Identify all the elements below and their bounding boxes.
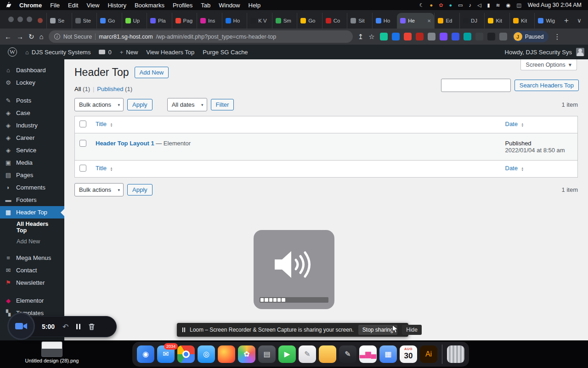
screen-options-button[interactable]: Screen Options ▾ — [520, 59, 577, 70]
share-icon[interactable]: ↥ — [358, 33, 364, 40]
admin-bar-new[interactable]: + New — [116, 45, 142, 59]
dark-utility-app-icon[interactable]: ✎ — [339, 345, 356, 363]
browser-menu-icon[interactable]: ⋮ — [554, 33, 560, 40]
mail-icon[interactable]: ✉ 2034 — [157, 345, 175, 363]
browser-tab[interactable]: Ho — [222, 13, 247, 29]
preview-app-icon[interactable]: ▤ — [258, 345, 276, 363]
sidebar-item-dashboard[interactable]: ⌂ Dashboard — [0, 64, 64, 76]
pause-recording-button[interactable] — [76, 324, 80, 329]
browser-tab[interactable]: He ✕ — [397, 13, 434, 29]
sidebar-item-lockey[interactable]: ⚙ Lockey — [0, 76, 64, 89]
sidebar-item-newsletter[interactable]: ⚑ Newsletter — [0, 276, 64, 289]
new-tab-button[interactable]: + — [560, 13, 573, 29]
close-window-button[interactable] — [8, 17, 14, 22]
menu-app-name[interactable]: Chrome — [19, 2, 42, 9]
browser-tab[interactable]: Sit — [347, 13, 372, 29]
menu-item[interactable]: Bookmarks — [135, 2, 164, 9]
apply-button[interactable]: Apply — [127, 184, 153, 196]
screen-mirroring-icon[interactable]: ▭ — [458, 3, 463, 8]
menu-clock[interactable]: Wed Aug 30 2:04 AM — [528, 2, 582, 8]
sidebar-item-comments[interactable]: ◗ Comments — [0, 181, 64, 194]
ext-blue-icon[interactable] — [392, 33, 400, 40]
browser-tab[interactable]: Pag — [172, 13, 197, 29]
firefox-icon[interactable] — [218, 345, 235, 363]
volume-icon[interactable]: ◁ — [477, 3, 481, 8]
ext-green-icon[interactable] — [380, 33, 388, 40]
chart-app-icon[interactable]: ▃▆▄ — [359, 345, 377, 363]
select-all-checkbox[interactable] — [79, 165, 86, 172]
browser-tab[interactable]: Wig — [534, 13, 560, 29]
tab-overflow-icon[interactable]: ∨ — [573, 13, 585, 29]
sidebar-item-media[interactable]: ▣ Media — [0, 156, 64, 169]
browser-tab[interactable]: Se — [46, 13, 72, 29]
photos-icon[interactable]: ✿ — [238, 345, 255, 363]
ext-photo-icon[interactable] — [428, 33, 435, 40]
control-center-icon[interactable]: ◫ — [516, 3, 521, 8]
calendar-icon[interactable]: AUG 30 — [400, 345, 417, 363]
desktop-file-thumbnail[interactable] — [41, 341, 62, 357]
menu-extra-orange-icon[interactable]: ● — [430, 3, 433, 8]
admin-bar-howdy[interactable]: Howdy, DJS Security Sys — [501, 45, 576, 59]
browser-tab[interactable]: Go — [96, 13, 122, 29]
sort-title-header[interactable]: Title — [96, 165, 107, 172]
browser-tab[interactable]: K V — [247, 13, 272, 29]
menu-item[interactable]: Window — [219, 2, 240, 9]
sidebar-subitem-add-new[interactable]: Add New — [0, 236, 64, 247]
screen-share-app-icon[interactable]: ▶ — [278, 345, 296, 363]
sidebar-item-contact[interactable]: ✉ Contact — [0, 264, 64, 276]
bulk-actions-select[interactable]: Bulk actions ▾ — [74, 183, 124, 196]
browser-tab[interactable]: Ste — [72, 13, 97, 29]
ext-grid-icon[interactable] — [499, 33, 507, 40]
pinned-tab-favicon[interactable] — [38, 18, 43, 23]
bulk-actions-select[interactable]: Bulk actions ▾ — [74, 98, 124, 111]
admin-bar-comments[interactable]: 0 — [95, 45, 115, 59]
row-title-link[interactable]: Header Top Layout 1 — [96, 140, 154, 147]
sidebar-item-posts[interactable]: ✎ Posts — [0, 94, 64, 107]
sidebar-item-career[interactable]: ◈ Career — [0, 132, 64, 144]
wifi-icon[interactable]: ≋ — [496, 3, 500, 8]
ext-purple-icon[interactable] — [440, 33, 447, 40]
date-filter-select[interactable]: All dates ▾ — [167, 98, 207, 111]
dock-app-swirl-icon[interactable]: ◎ — [198, 345, 215, 363]
sidebar-item-case[interactable]: ◈ Case — [0, 107, 64, 119]
admin-bar-site-name[interactable]: ⌂ DJS Security Systems — [21, 45, 95, 59]
folder-icon[interactable] — [319, 345, 336, 363]
sidebar-item-service[interactable]: ◈ Service — [0, 144, 64, 156]
menu-extra-teal-icon[interactable]: ● — [449, 3, 452, 8]
select-all-checkbox[interactable] — [79, 121, 86, 127]
notes-app-icon[interactable]: ✎ — [299, 345, 316, 363]
sort-title-header[interactable]: Title — [96, 121, 107, 127]
sort-date-header[interactable]: Date — [505, 165, 518, 172]
search-submit-button[interactable]: Search Headers Top — [514, 80, 579, 91]
sidebar-item-elementor[interactable]: ◆ Elementor — [0, 294, 64, 307]
menu-item[interactable]: Edit — [68, 2, 78, 9]
browser-tab[interactable]: DJ — [459, 13, 485, 29]
menu-item[interactable]: View — [86, 2, 99, 9]
sort-date-header[interactable]: Date — [505, 121, 518, 127]
search-input[interactable] — [441, 79, 511, 92]
sidebar-item-industry[interactable]: ◈ Industry — [0, 119, 64, 132]
menu-extra-red-icon[interactable]: ✿ — [439, 3, 443, 8]
blue-box-app-icon[interactable]: ▦ — [379, 345, 397, 363]
wp-logo-icon[interactable]: W — [4, 45, 21, 59]
menu-item[interactable]: File — [50, 2, 60, 9]
browser-tab[interactable]: Kit — [484, 13, 509, 29]
back-icon[interactable]: ← — [5, 33, 11, 40]
spotlight-icon[interactable]: ◉ — [506, 3, 511, 8]
menu-item[interactable]: Tab — [201, 2, 210, 9]
trash-icon[interactable] — [447, 345, 464, 363]
filter-published-link[interactable]: Published — [97, 86, 123, 92]
illustrator-icon[interactable]: Ai — [420, 345, 437, 363]
reload-icon[interactable]: ↻ — [28, 33, 34, 40]
ext-dark1-icon[interactable] — [475, 33, 483, 40]
sidebar-subitem-all-headers-top[interactable]: All Headers Top — [0, 218, 64, 236]
browser-tab[interactable]: Ed — [434, 13, 459, 29]
menu-extra-moon-icon[interactable]: ☾ — [419, 3, 424, 8]
sidebar-item-pages[interactable]: ▤ Pages — [0, 169, 64, 181]
hide-button[interactable]: Hide — [402, 325, 422, 335]
address-bar[interactable]: i Not Secure marcr81.sg-host.com /wp-adm… — [49, 30, 353, 43]
row-checkbox[interactable] — [79, 140, 86, 147]
browser-tab[interactable]: Co — [322, 13, 347, 29]
filter-all-link[interactable]: All — [74, 86, 81, 92]
zoom-window-button[interactable] — [27, 17, 32, 22]
